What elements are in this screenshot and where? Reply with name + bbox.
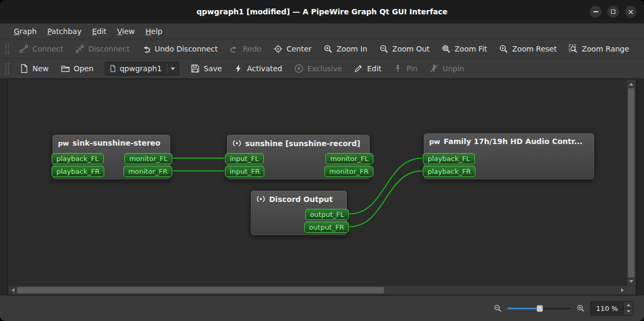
window-title: qpwgraph1 [modified] — A PipeWire Graph …	[197, 7, 448, 16]
activated-toggle[interactable]: Activated	[228, 59, 288, 78]
menu-edit[interactable]: Edit	[87, 23, 112, 39]
port-monitor_FL[interactable]: monitor_FL	[124, 153, 172, 164]
node-sink-sunshine-stereo[interactable]: pw sink-sunshine-stereo playback_FL play…	[52, 134, 171, 180]
open-button[interactable]: Open	[55, 59, 99, 78]
node-discord-output[interactable]: Discord Output output_FL output_FR	[250, 190, 347, 235]
toolbar-drag-handle[interactable]	[5, 44, 9, 54]
connect-icon	[19, 44, 29, 54]
minimize-button[interactable]	[590, 6, 601, 18]
new-file-icon	[19, 64, 29, 73]
port-output_FR[interactable]: output_FR	[304, 222, 349, 233]
toolbar-graph: Connect Disconnect Undo Disconnect Redo …	[0, 39, 644, 59]
zoom-fit-label: Zoom Fit	[455, 45, 487, 53]
scroll-up-button[interactable]	[627, 80, 635, 88]
zoom-fit-button[interactable]: Zoom Fit	[436, 39, 493, 58]
zoom-value: 110 %	[591, 302, 623, 315]
port-playback_FR[interactable]: playback_FR	[52, 166, 104, 177]
center-icon	[273, 44, 283, 54]
port-monitor_FR[interactable]: monitor_FR	[324, 166, 373, 177]
zoom-spinbox[interactable]: 110 %	[590, 301, 633, 316]
redo-button[interactable]: Redo	[223, 39, 267, 58]
zoom-range-button[interactable]: Zoom Range	[563, 39, 635, 58]
close-button[interactable]: ×	[625, 6, 637, 18]
node-family-hd-audio[interactable]: pw Family 17h/19h HD Audio Contr... play…	[423, 133, 595, 180]
center-label: Center	[287, 45, 312, 53]
zoom-reset-icon	[499, 44, 508, 54]
scroll-down-button[interactable]	[627, 277, 635, 286]
new-button[interactable]: New	[13, 59, 55, 78]
maximize-button[interactable]	[607, 6, 619, 18]
exclusive-label: Exclusive	[307, 64, 342, 73]
node-title: Discord Output	[269, 195, 333, 204]
unpin-button[interactable]: Unpin	[423, 59, 470, 78]
toolbar-drag-handle[interactable]	[5, 63, 9, 74]
port-playback_FL[interactable]: playback_FL	[423, 153, 475, 164]
graph-canvas[interactable]: pw sink-sunshine-stereo playback_FL play…	[7, 79, 637, 295]
node-title: Family 17h/19h HD Audio Contr...	[444, 137, 582, 146]
zoom-in-mini-icon	[576, 304, 585, 312]
zoom-reset-label: Zoom Reset	[512, 45, 557, 53]
zoom-out-button[interactable]: Zoom Out	[373, 39, 436, 58]
menu-graph[interactable]: Graph	[9, 23, 42, 39]
scroll-left-button[interactable]	[9, 286, 17, 294]
disconnect-label: Disconnect	[88, 45, 130, 53]
zoom-slider-handle[interactable]	[537, 305, 543, 312]
save-button[interactable]: Save	[185, 59, 228, 78]
zoom-in-icon	[323, 44, 333, 54]
pipewire-icon: pw	[58, 139, 69, 147]
arrow-left-icon	[10, 288, 14, 292]
port-output_FL[interactable]: output_FL	[305, 209, 349, 220]
edit-button[interactable]: Edit	[348, 59, 387, 78]
zoom-out-icon	[379, 44, 389, 54]
zoom-slider[interactable]	[507, 303, 571, 313]
center-button[interactable]: Center	[267, 39, 317, 58]
node-sunshine-record[interactable]: sunshine [sunshine-record] input_FL inpu…	[227, 134, 370, 180]
zoom-reset-button[interactable]: Zoom Reset	[493, 39, 563, 58]
node-title: sink-sunshine-stereo	[72, 139, 160, 147]
scroll-right-button[interactable]	[618, 286, 627, 294]
vertical-scroll-thumb[interactable]	[628, 88, 634, 277]
menu-patchbay-label: Patchbay	[47, 27, 81, 36]
pipewire-icon: pw	[429, 138, 440, 146]
patchbay-profile-value: qpwgraph1	[120, 64, 162, 73]
menubar: Graph Patchbay Edit View Help	[0, 23, 644, 39]
menu-view[interactable]: View	[112, 23, 140, 39]
menu-help-label: Help	[146, 27, 163, 36]
menu-patchbay[interactable]: Patchbay	[42, 23, 87, 39]
edit-pencil-icon	[354, 64, 363, 73]
connect-button[interactable]: Connect	[13, 39, 69, 58]
zoom-step-down-button[interactable]	[624, 308, 633, 315]
zoom-step-up-button[interactable]	[624, 302, 633, 308]
connect-label: Connect	[32, 45, 63, 53]
close-icon: ×	[628, 8, 634, 15]
menu-graph-label: Graph	[14, 27, 37, 36]
horizontal-scrollbar[interactable]	[9, 286, 627, 294]
arrow-down-icon	[629, 280, 633, 285]
new-label: New	[32, 64, 49, 73]
port-playback_FR[interactable]: playback_FR	[423, 166, 475, 177]
port-input_FL[interactable]: input_FL	[225, 153, 264, 164]
patchbay-profile-selector[interactable]: qpwgraph1	[105, 62, 179, 75]
pin-button[interactable]: Pin	[387, 59, 423, 78]
arrow-right-icon	[621, 288, 626, 292]
pin-icon	[393, 64, 403, 73]
disconnect-button[interactable]: Disconnect	[69, 39, 136, 58]
port-monitor_FL[interactable]: monitor_FL	[325, 153, 373, 164]
toolbar-patchbay: New Open qpwgraph1 Save Activated Exclus…	[0, 59, 644, 79]
vertical-scrollbar[interactable]	[627, 80, 635, 286]
connection-layer	[8, 79, 636, 295]
chevron-down-icon	[171, 67, 175, 72]
zoom-in-button[interactable]: Zoom In	[317, 39, 373, 58]
open-label: Open	[74, 64, 94, 73]
exclusive-bolt-icon	[294, 64, 304, 73]
port-playback_FL[interactable]: playback_FL	[52, 153, 104, 164]
statusbar: 110 %	[0, 295, 644, 321]
node-header: Discord Output	[251, 191, 347, 206]
port-monitor_FR[interactable]: monitor_FR	[123, 166, 172, 177]
horizontal-scroll-thumb[interactable]	[17, 287, 384, 293]
menu-help[interactable]: Help	[140, 23, 168, 39]
zoom-range-icon	[568, 44, 578, 54]
port-input_FR[interactable]: input_FR	[225, 166, 264, 177]
undo-disconnect-button[interactable]: Undo Disconnect	[136, 39, 224, 58]
exclusive-toggle[interactable]: Exclusive	[288, 59, 348, 78]
